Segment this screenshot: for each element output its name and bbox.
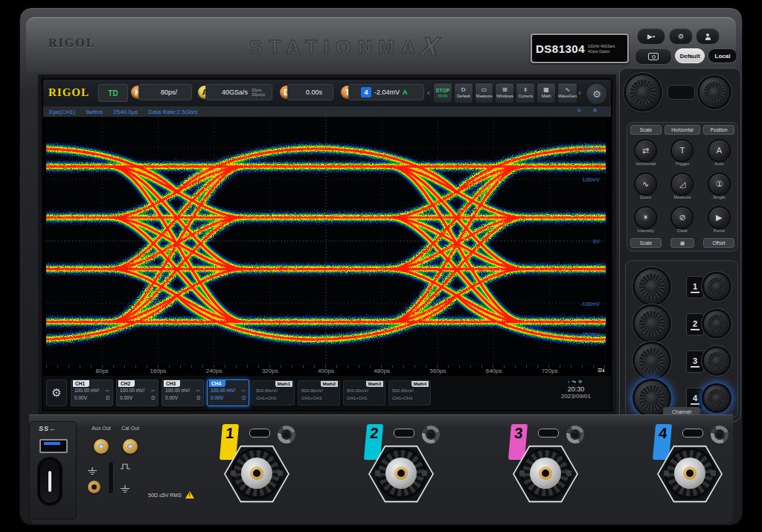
trigger-button[interactable]: T: [672, 141, 692, 161]
channel-box[interactable]: CH4 100.00 mV/⎓ 0.00VΩ: [207, 379, 249, 406]
trigger-icon: T: [680, 146, 685, 155]
run-state-bottom: RUN: [438, 94, 447, 99]
user-button[interactable]: [696, 28, 720, 45]
channel-1-button[interactable]: 1: [686, 276, 704, 298]
vertical-offset-knob[interactable]: [704, 274, 729, 299]
grid-touch-icon[interactable]: ▦: [670, 238, 694, 248]
vertical-offset-knob[interactable]: [704, 348, 729, 374]
status-menu-icon[interactable]: ≡: [577, 107, 581, 114]
channel-box[interactable]: CH2 100.00 mV/⎓ 0.00VΩ: [116, 379, 159, 406]
status-close-icon[interactable]: ✕: [592, 107, 598, 114]
vertical-offset-knob[interactable]: [704, 311, 729, 336]
channel-4-input-group: 4: [648, 423, 737, 516]
touch-settings-button[interactable]: ⚙: [669, 28, 693, 45]
delay-button[interactable]: 0.00s: [287, 84, 333, 100]
math-scale: 500.00mV/: [344, 388, 385, 395]
square-wave-icon: [120, 463, 131, 470]
ground-terminal[interactable]: [88, 481, 100, 493]
math-box[interactable]: Math2 500.00mV/ CH1+CH1: [298, 380, 340, 406]
horizontal-position-knob[interactable]: [699, 77, 729, 107]
measure-button[interactable]: ◿: [672, 174, 692, 194]
auto-icon: A: [717, 146, 722, 155]
toolbar-scroll-right-icon[interactable]: ›: [578, 88, 581, 97]
math-box[interactable]: Math3 500.00mV/ CH1+CH1: [343, 380, 385, 406]
toolbar-default-button[interactable]: D Default: [454, 83, 473, 103]
time-axis: 80ps160ps240ps320ps400ps480ps560ps640ps7…: [43, 365, 611, 376]
channel-4-bnc-connector[interactable]: [667, 450, 713, 496]
probe-comp-slot[interactable]: [108, 461, 114, 494]
time-tick-label: 160ps: [146, 368, 170, 374]
cal-out-label: Cal Out: [114, 426, 147, 431]
sample-rate-button[interactable]: 40GSa/s 32pts 25ps/pt: [205, 84, 272, 100]
vertical-offset-knob[interactable]: [704, 385, 729, 411]
channel-2-bnc-connector[interactable]: [378, 450, 424, 496]
channel-offset: 0.00V: [74, 394, 87, 402]
lock-icon: [428, 433, 434, 438]
channel-3-button[interactable]: 3: [686, 350, 704, 373]
clock-date: 2023/09/01: [545, 393, 606, 400]
run-stop-button[interactable]: STOP RUN: [433, 83, 452, 103]
single-button[interactable]: ①: [709, 174, 729, 194]
channel-box[interactable]: CH1 100.00 mV/⎓ 0.00VΩ: [71, 379, 113, 406]
coupling-icon: ⎓: [106, 387, 109, 394]
pad-button-grid: ⇄Horizontal TTrigger AAuto ∿Zoom ◿Measur…: [627, 136, 737, 237]
probe-sense-slot: [682, 429, 703, 438]
settings-gear-button[interactable]: ⚙: [46, 379, 67, 406]
horizontal-button[interactable]: ⇄: [635, 141, 656, 161]
cal-out-connector[interactable]: [123, 439, 138, 454]
probe-sense-slot: [394, 429, 414, 438]
horizontal-menu-button[interactable]: [667, 85, 695, 100]
vertical-scale-knob[interactable]: [635, 307, 669, 341]
usb-port[interactable]: [39, 439, 68, 453]
zoom-button[interactable]: ∿: [635, 174, 656, 194]
eye-source-label: Eye(CH1): [49, 109, 75, 115]
voltage-tick-label: 0V: [593, 238, 600, 245]
warning-text: 50Ω ≤5V RMS: [148, 493, 182, 498]
math-box[interactable]: Math1 500.00mV/ CH1+CH1: [252, 380, 295, 406]
screenshot-button[interactable]: [635, 48, 672, 65]
clear-button[interactable]: ⊘: [672, 208, 692, 228]
local-button[interactable]: Local: [708, 48, 737, 63]
channel-box[interactable]: CH3 100.00 mV/⎓ 0.00VΩ: [161, 379, 204, 406]
waveform-plot-area[interactable]: 150mV100mV0V-100mV-150mV: [46, 117, 606, 365]
channel-tab: CH1: [73, 380, 89, 387]
toolbar-menu: STOP RUN D Default ▭ Measure ⊞ Windows ‖: [433, 83, 577, 103]
toolbar-wavegen-button[interactable]: ∿ WaveGen: [557, 83, 577, 103]
toolbar-cursors-button[interactable]: ‖ Cursors: [516, 83, 535, 103]
axis-menu-icon[interactable]: ≡‹: [598, 365, 605, 374]
toolbar-math-button[interactable]: ▦ Math: [537, 83, 556, 103]
power-button[interactable]: [39, 458, 61, 504]
play-stop-button[interactable]: ▶▪: [637, 28, 665, 45]
horizontal-scale-knob[interactable]: [626, 75, 660, 109]
toolbar-windows-button[interactable]: ⊞ Windows: [495, 83, 514, 103]
right-control-panel: Scale Horizontal Position ⇄Horizontal TT…: [619, 68, 741, 422]
math-box[interactable]: Math4 500.00mV/ CH1+CH1: [388, 380, 431, 406]
intensity-icon: ☀: [642, 213, 650, 222]
vertical-scale-knob[interactable]: [635, 269, 669, 304]
windows-icon: ⊞: [502, 87, 508, 94]
channel-scale: 100.00 mV/: [74, 387, 99, 394]
force-button[interactable]: ▶: [709, 208, 729, 228]
channel-3-bnc-connector[interactable]: [522, 450, 569, 496]
acquisition-mode-button[interactable]: TD: [98, 84, 128, 102]
auto-button[interactable]: A: [709, 141, 729, 161]
trigger-button[interactable]: 4 -2.04mV A: [348, 84, 424, 100]
channel-scale: 100.00 mV/: [211, 387, 235, 394]
toolbar-measure-button[interactable]: ▭ Measure: [475, 83, 494, 103]
horizontal-icon: ⇄: [642, 146, 649, 156]
horizontal-label: Horizontal: [665, 125, 700, 135]
default-button[interactable]: Default: [675, 48, 705, 63]
clock-time: 20:30: [545, 385, 606, 393]
series-logo-text: STATIONMA: [249, 36, 422, 58]
channel-2-button[interactable]: 2: [686, 313, 704, 336]
time-tick-label: 640ps: [482, 368, 506, 374]
position-label: Position: [703, 125, 734, 135]
toolbar-scroll-left-icon[interactable]: ‹: [427, 88, 430, 97]
channel-1-bnc-connector[interactable]: [234, 450, 280, 496]
vertical-scale-knob[interactable]: [635, 344, 669, 378]
time-tick-label: 560ps: [426, 368, 449, 374]
timebase-button[interactable]: 80ps/: [138, 84, 192, 100]
touch-gesture-button[interactable]: ⚙: [586, 83, 608, 105]
intensity-button[interactable]: ☀: [635, 208, 656, 228]
aux-out-connector[interactable]: [94, 439, 109, 454]
